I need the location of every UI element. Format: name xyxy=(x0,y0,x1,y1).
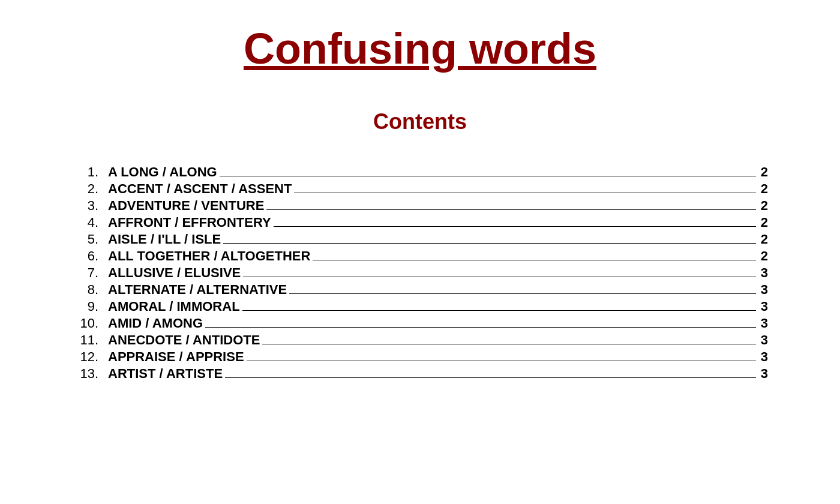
toc-page: 2 xyxy=(758,248,768,264)
toc-entry: ACCENT / ASCENT / ASSENT 2 xyxy=(108,181,768,197)
toc-dots xyxy=(289,293,756,294)
toc-number: 2. xyxy=(72,181,108,197)
toc-number: 3. xyxy=(72,198,108,214)
toc-label: ADVENTURE / VENTURE xyxy=(108,198,264,214)
contents-heading: Contents xyxy=(48,109,792,134)
toc-label: AISLE / I'LL / ISLE xyxy=(108,232,221,247)
toc-page: 3 xyxy=(758,366,768,382)
toc-dots xyxy=(262,344,755,344)
toc-number: 8. xyxy=(72,282,108,298)
table-row: 5. AISLE / I'LL / ISLE 2 xyxy=(72,232,768,247)
toc-label: ANECDOTE / ANTIDOTE xyxy=(108,332,260,348)
toc-page: 2 xyxy=(758,164,768,180)
toc-label: AFFRONT / EFFRONTERY xyxy=(108,215,271,230)
toc-dots xyxy=(220,176,756,176)
toc-dots xyxy=(225,377,756,378)
table-row: 4. AFFRONT / EFFRONTERY 2 xyxy=(72,215,768,230)
toc-label: ALL TOGETHER / ALTOGETHER xyxy=(108,248,310,264)
table-row: 2. ACCENT / ASCENT / ASSENT 2 xyxy=(72,181,768,197)
toc-dots xyxy=(313,260,755,260)
toc-entry: ALLUSIVE / ELUSIVE 3 xyxy=(108,265,768,281)
table-row: 6. ALL TOGETHER / ALTOGETHER 2 xyxy=(72,248,768,264)
toc-dots xyxy=(294,193,755,193)
toc-page: 3 xyxy=(758,299,768,314)
toc-label: AMID / AMONG xyxy=(108,316,203,331)
table-row: 11. ANECDOTE / ANTIDOTE 3 xyxy=(72,332,768,348)
toc-label: ALTERNATE / ALTERNATIVE xyxy=(108,282,287,298)
table-row: 12. APPRAISE / APPRISE 3 xyxy=(72,349,768,365)
toc-dots xyxy=(205,327,756,328)
table-row: 7. ALLUSIVE / ELUSIVE 3 xyxy=(72,265,768,281)
toc-page: 2 xyxy=(758,232,768,247)
table-row: 1. A LONG / ALONG 2 xyxy=(72,164,768,180)
toc-page: 3 xyxy=(758,349,768,365)
toc-label: A LONG / ALONG xyxy=(108,164,217,180)
toc-page: 2 xyxy=(758,181,768,197)
toc-number: 13. xyxy=(72,366,108,382)
toc-page: 3 xyxy=(758,282,768,298)
toc-label: ACCENT / ASCENT / ASSENT xyxy=(108,181,292,197)
toc-dots xyxy=(274,226,756,227)
toc-entry: ALTERNATE / ALTERNATIVE 3 xyxy=(108,282,768,298)
toc-entry: ADVENTURE / VENTURE 2 xyxy=(108,198,768,214)
toc-dots xyxy=(266,209,755,210)
toc-dots xyxy=(223,243,756,244)
toc-entry: ALL TOGETHER / ALTOGETHER 2 xyxy=(108,248,768,264)
toc-number: 10. xyxy=(72,316,108,331)
toc-page: 3 xyxy=(758,316,768,331)
toc-dots xyxy=(247,361,756,361)
toc-page: 2 xyxy=(758,198,768,214)
toc-number: 12. xyxy=(72,349,108,365)
table-of-contents: 1. A LONG / ALONG 2 2. ACCENT / ASCENT /… xyxy=(72,164,768,382)
toc-label: APPRAISE / APPRISE xyxy=(108,349,244,365)
table-row: 3. ADVENTURE / VENTURE 2 xyxy=(72,198,768,214)
table-row: 8. ALTERNATE / ALTERNATIVE 3 xyxy=(72,282,768,298)
toc-entry: APPRAISE / APPRISE 3 xyxy=(108,349,768,365)
toc-page: 3 xyxy=(758,332,768,348)
toc-entry: ARTIST / ARTISTE 3 xyxy=(108,366,768,382)
toc-label: ALLUSIVE / ELUSIVE xyxy=(108,265,241,281)
table-row: 10. AMID / AMONG 3 xyxy=(72,316,768,331)
toc-number: 5. xyxy=(72,232,108,247)
toc-page: 3 xyxy=(758,265,768,281)
toc-number: 1. xyxy=(72,164,108,180)
toc-dots xyxy=(243,277,755,277)
toc-entry: AMORAL / IMMORAL 3 xyxy=(108,299,768,314)
table-row: 9. AMORAL / IMMORAL 3 xyxy=(72,299,768,314)
toc-label: AMORAL / IMMORAL xyxy=(108,299,240,314)
toc-label: ARTIST / ARTISTE xyxy=(108,366,223,382)
page-title: Confusing words xyxy=(48,24,792,73)
toc-dots xyxy=(242,310,756,311)
toc-number: 4. xyxy=(72,215,108,230)
toc-entry: AISLE / I'LL / ISLE 2 xyxy=(108,232,768,247)
toc-page: 2 xyxy=(758,215,768,230)
toc-entry: AFFRONT / EFFRONTERY 2 xyxy=(108,215,768,230)
toc-entry: A LONG / ALONG 2 xyxy=(108,164,768,180)
toc-number: 9. xyxy=(72,299,108,314)
toc-number: 6. xyxy=(72,248,108,264)
toc-entry: ANECDOTE / ANTIDOTE 3 xyxy=(108,332,768,348)
toc-entry: AMID / AMONG 3 xyxy=(108,316,768,331)
toc-number: 7. xyxy=(72,265,108,281)
table-row: 13. ARTIST / ARTISTE 3 xyxy=(72,366,768,382)
toc-number: 11. xyxy=(72,332,108,348)
